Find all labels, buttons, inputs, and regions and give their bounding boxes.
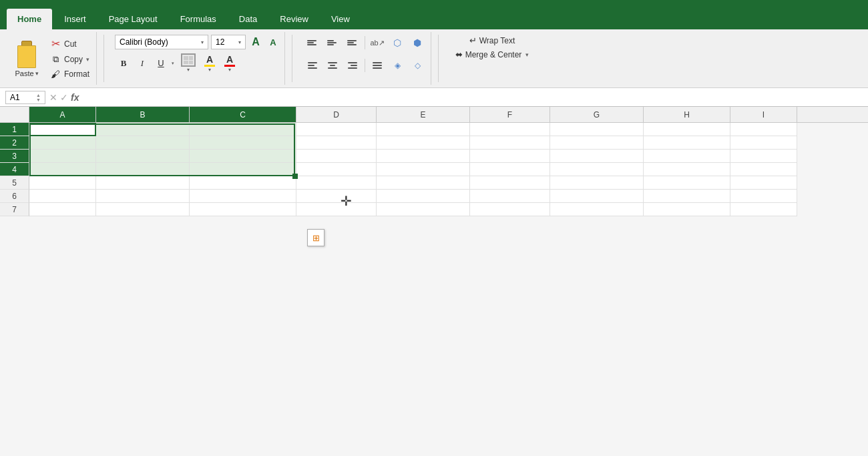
cell-A7[interactable] bbox=[29, 203, 96, 216]
col-header-B[interactable]: B bbox=[96, 107, 190, 122]
tab-home[interactable]: Home bbox=[7, 9, 52, 29]
underline-dropdown-arrow[interactable]: ▾ bbox=[170, 55, 176, 72]
cell-I3[interactable] bbox=[730, 150, 797, 163]
indent-decrease-button[interactable]: ⬡ bbox=[388, 34, 407, 51]
justify-button[interactable] bbox=[368, 57, 387, 74]
row-num-5[interactable]: 5 bbox=[0, 176, 29, 190]
tab-review[interactable]: Review bbox=[269, 9, 319, 29]
formula-cancel-button[interactable]: ✕ bbox=[49, 92, 57, 103]
cell-C7[interactable] bbox=[190, 203, 296, 216]
cell-D2[interactable] bbox=[296, 136, 377, 150]
cell-I2[interactable] bbox=[730, 136, 797, 150]
paste-button[interactable]: Paste ▾ bbox=[9, 33, 44, 83]
copy-dropdown-arrow[interactable]: ▾ bbox=[86, 56, 89, 63]
align-left-button[interactable] bbox=[303, 57, 322, 74]
indent-increase-button[interactable]: ⬢ bbox=[408, 34, 427, 51]
fill-btn-2[interactable]: ◇ bbox=[408, 57, 427, 74]
italic-button[interactable]: I bbox=[134, 55, 151, 72]
cell-D6[interactable] bbox=[296, 190, 377, 203]
cell-C4[interactable] bbox=[190, 163, 296, 176]
align-right-button[interactable] bbox=[343, 57, 362, 74]
col-header-A[interactable]: A bbox=[29, 107, 96, 122]
cell-H7[interactable] bbox=[644, 203, 730, 216]
font-name-selector[interactable]: Calibri (Body) ▾ bbox=[115, 35, 208, 49]
tab-view[interactable]: View bbox=[320, 9, 361, 29]
cell-A5[interactable] bbox=[29, 176, 96, 190]
align-top-button[interactable]: ​ bbox=[303, 34, 322, 51]
col-header-G[interactable]: G bbox=[550, 107, 644, 122]
cell-F2[interactable] bbox=[470, 136, 550, 150]
font-size-selector[interactable]: 12 ▾ bbox=[211, 35, 246, 49]
row-num-6[interactable]: 6 bbox=[0, 190, 29, 203]
merge-center-button[interactable]: ⬌ Merge & Center ▾ bbox=[451, 47, 533, 61]
cut-button[interactable]: ✂ Cut bbox=[47, 36, 92, 51]
cell-I7[interactable] bbox=[730, 203, 797, 216]
cell-B5[interactable] bbox=[96, 176, 190, 190]
autofill-handle[interactable] bbox=[292, 174, 298, 179]
cell-E3[interactable] bbox=[377, 150, 470, 163]
cell-E1[interactable] bbox=[377, 123, 470, 136]
col-header-H[interactable]: H bbox=[644, 107, 730, 122]
text-orientation-button[interactable]: ab↗ bbox=[368, 34, 387, 51]
col-header-F[interactable]: F bbox=[470, 107, 550, 122]
underline-button[interactable]: U bbox=[152, 55, 170, 72]
cell-C3[interactable] bbox=[190, 150, 296, 163]
cell-H5[interactable] bbox=[644, 176, 730, 190]
formula-fx-button[interactable]: fx bbox=[71, 92, 79, 103]
paste-options-button[interactable]: ⊞ bbox=[307, 229, 324, 246]
cell-G4[interactable] bbox=[550, 163, 644, 176]
col-header-I[interactable]: I bbox=[730, 107, 797, 122]
cell-H6[interactable] bbox=[644, 190, 730, 203]
align-middle-button[interactable] bbox=[323, 34, 342, 51]
tab-data[interactable]: Data bbox=[228, 9, 268, 29]
cell-F3[interactable] bbox=[470, 150, 550, 163]
cell-F6[interactable] bbox=[470, 190, 550, 203]
cell-B4[interactable] bbox=[96, 163, 190, 176]
cell-A1[interactable] bbox=[29, 123, 96, 136]
font-color-button[interactable]: A ▾ bbox=[220, 54, 239, 73]
tab-insert[interactable]: Insert bbox=[53, 9, 97, 29]
cell-G2[interactable] bbox=[550, 136, 644, 150]
align-center-button[interactable] bbox=[323, 57, 342, 74]
bold-button[interactable]: B bbox=[115, 55, 132, 72]
cell-F5[interactable] bbox=[470, 176, 550, 190]
cell-C5[interactable] bbox=[190, 176, 296, 190]
cell-G5[interactable] bbox=[550, 176, 644, 190]
paste-dropdown-arrow[interactable]: ▾ bbox=[35, 70, 39, 77]
cell-F7[interactable] bbox=[470, 203, 550, 216]
cell-D5[interactable] bbox=[296, 176, 377, 190]
cell-I4[interactable] bbox=[730, 163, 797, 176]
highlight-dropdown[interactable]: ▾ bbox=[208, 67, 211, 73]
cell-D4[interactable] bbox=[296, 163, 377, 176]
row-num-2[interactable]: 2 bbox=[0, 136, 29, 150]
font-size-decrease-button[interactable]: A bbox=[266, 33, 280, 51]
cell-B2[interactable] bbox=[96, 136, 190, 150]
row-num-1[interactable]: 1 bbox=[0, 123, 29, 136]
cell-E7[interactable] bbox=[377, 203, 470, 216]
cell-A2[interactable] bbox=[29, 136, 96, 150]
format-painter-button[interactable]: 🖌 Format bbox=[47, 67, 92, 81]
fill-color-btn-2[interactable]: ◈ bbox=[388, 57, 407, 74]
cell-A4[interactable] bbox=[29, 163, 96, 176]
font-size-increase-button[interactable]: A bbox=[248, 33, 263, 51]
cell-D7[interactable] bbox=[296, 203, 377, 216]
cell-C1[interactable] bbox=[190, 123, 296, 136]
border-dropdown[interactable]: ▾ bbox=[187, 67, 190, 73]
cell-F4[interactable] bbox=[470, 163, 550, 176]
cell-E5[interactable] bbox=[377, 176, 470, 190]
cell-A3[interactable] bbox=[29, 150, 96, 163]
cell-B7[interactable] bbox=[96, 203, 190, 216]
row-num-3[interactable]: 3 bbox=[0, 150, 29, 163]
align-bottom-button[interactable] bbox=[343, 34, 362, 51]
cell-B6[interactable] bbox=[96, 190, 190, 203]
col-header-C[interactable]: C bbox=[190, 107, 296, 122]
cell-G3[interactable] bbox=[550, 150, 644, 163]
col-header-E[interactable]: E bbox=[377, 107, 470, 122]
cell-H2[interactable] bbox=[644, 136, 730, 150]
cell-H4[interactable] bbox=[644, 163, 730, 176]
formula-input[interactable] bbox=[83, 91, 863, 103]
cell-D3[interactable] bbox=[296, 150, 377, 163]
cell-G7[interactable] bbox=[550, 203, 644, 216]
highlight-color-button[interactable]: A ▾ bbox=[200, 54, 219, 73]
merge-center-dropdown[interactable]: ▾ bbox=[525, 51, 529, 58]
